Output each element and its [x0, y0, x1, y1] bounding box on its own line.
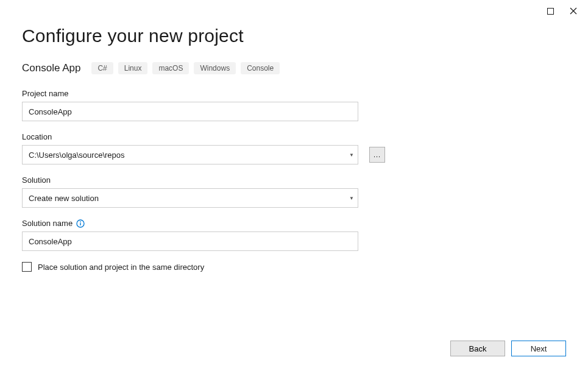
browse-button[interactable]: ...: [369, 147, 385, 163]
solution-label: Solution: [22, 175, 51, 185]
tag: Windows: [194, 62, 236, 74]
tag: C#: [91, 62, 113, 74]
location-label: Location: [22, 132, 52, 141]
svg-rect-5: [80, 223, 80, 225]
template-name: Console App: [22, 62, 80, 74]
solution-value: Create new solution: [29, 194, 99, 203]
info-icon[interactable]: [76, 219, 85, 228]
solution-name-label: Solution name: [22, 219, 73, 228]
solution-name-input[interactable]: [22, 231, 358, 251]
chevron-down-icon: ▼: [349, 152, 354, 158]
tag: macOS: [152, 62, 189, 74]
same-directory-label: Place solution and project in the same d…: [38, 263, 204, 272]
close-icon[interactable]: [567, 5, 579, 17]
svg-rect-0: [547, 8, 553, 14]
tag: Console: [241, 62, 280, 74]
maximize-icon[interactable]: [544, 5, 556, 17]
location-combo[interactable]: C:\Users\olga\source\repos ▼: [22, 145, 358, 164]
project-name-input[interactable]: [22, 102, 358, 121]
next-button[interactable]: Next: [511, 341, 566, 356]
project-name-label: Project name: [22, 89, 69, 98]
svg-point-4: [80, 221, 81, 222]
solution-combo[interactable]: Create new solution ▼: [22, 188, 358, 208]
template-row: Console App C# Linux macOS Windows Conso…: [22, 62, 566, 74]
back-button[interactable]: Back: [450, 341, 505, 356]
chevron-down-icon: ▼: [349, 196, 354, 201]
location-value: C:\Users\olga\source\repos: [29, 150, 125, 160]
tag: Linux: [118, 62, 148, 74]
page-title: Configure your new project: [22, 26, 566, 46]
template-tags: C# Linux macOS Windows Console: [91, 62, 280, 74]
same-directory-checkbox[interactable]: [22, 262, 32, 272]
